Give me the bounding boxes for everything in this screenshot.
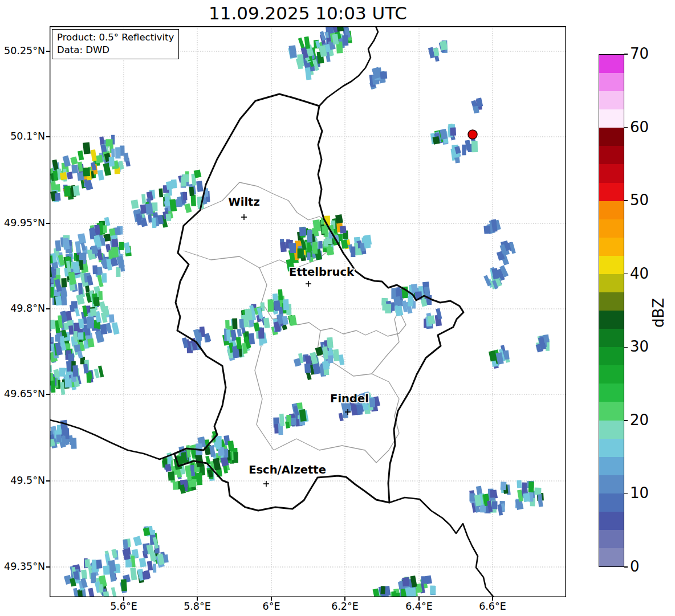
colorbar-segment [599, 384, 624, 402]
colorbar-segment [599, 347, 624, 365]
colorbar-tick-mark [624, 566, 628, 568]
figure-title: 11.09.2025 10:03 UTC [50, 3, 566, 23]
colorbar-tick-mark [624, 274, 628, 275]
y-tick-mark [46, 308, 50, 309]
colorbar-segment [599, 548, 624, 566]
radar-figure: 11.09.2025 10:03 UTC WiltzEttelbruckFind… [0, 0, 675, 616]
colorbar-tick-label: 40 [630, 265, 649, 282]
y-tick-label: 49.8°N [2, 303, 45, 314]
colorbar-segment [599, 183, 624, 201]
colorbar-segment [599, 493, 624, 512]
y-tick-label: 49.65°N [2, 388, 45, 399]
y-tick-mark [46, 566, 50, 568]
colorbar-segment [599, 421, 624, 439]
y-tick-mark [46, 223, 50, 224]
x-tick-mark [197, 597, 198, 601]
colorbar-segment [599, 238, 624, 256]
colorbar-tick-mark [624, 54, 628, 55]
colorbar-segment [599, 55, 624, 73]
colorbar-segment [599, 219, 624, 238]
colorbar-tick-mark [624, 420, 628, 421]
colorbar-tick-mark [624, 127, 628, 128]
radar-site-marker [468, 130, 477, 139]
colorbar-segment [599, 91, 624, 109]
colorbar-segment [599, 146, 624, 164]
colorbar-tick-label: 10 [630, 484, 649, 501]
map-plot: WiltzEttelbruckFindelEsch/Alzette [50, 26, 566, 597]
product-info-box: Product: 0.5° Reflectivity Data: DWD [52, 29, 179, 59]
colorbar-segment [599, 402, 624, 420]
x-tick-label: 5.8°E [172, 601, 223, 612]
colorbar-tick-label: 0 [630, 558, 640, 575]
x-tick-mark [123, 597, 124, 601]
city-label: Ettelbruck [289, 266, 355, 279]
x-tick-mark [271, 597, 272, 601]
colorbar-segment [599, 475, 624, 493]
x-tick-label: 6°E [246, 601, 297, 612]
radar-echoes [50, 26, 550, 597]
colorbar-segment [599, 274, 624, 292]
colorbar-segment [599, 128, 624, 146]
colorbar-segment [599, 292, 624, 311]
colorbar-segment [599, 201, 624, 219]
colorbar-segment [599, 329, 624, 347]
colorbar-segment [599, 109, 624, 128]
colorbar-tick-label: 60 [630, 119, 649, 136]
colorbar-segment [599, 439, 624, 457]
y-tick-label: 50.1°N [2, 130, 45, 142]
colorbar-tick-label: 20 [630, 411, 649, 429]
colorbar-tick-mark [624, 493, 628, 495]
x-tick-mark [492, 597, 493, 601]
city-label: Esch/Alzette [249, 463, 326, 476]
colorbar-segment [599, 457, 624, 475]
y-tick-mark [46, 480, 50, 482]
x-tick-label: 6.2°E [319, 601, 371, 612]
x-tick-label: 6.6°E [467, 601, 518, 612]
colorbar-segment [599, 311, 624, 329]
colorbar-segment [599, 73, 624, 91]
colorbar-tick-label: 30 [630, 338, 649, 355]
colorbar-tick-mark [624, 200, 628, 201]
city-label: Findel [330, 392, 369, 405]
product-label: Product: 0.5° Reflectivity [57, 31, 174, 44]
y-tick-mark [46, 136, 50, 137]
y-tick-label: 49.35°N [2, 561, 45, 572]
colorbar-segment [599, 365, 624, 384]
x-tick-label: 5.6°E [98, 601, 149, 612]
y-tick-mark [46, 51, 50, 52]
colorbar-tick-label: 70 [630, 45, 649, 62]
colorbar [599, 54, 624, 567]
colorbar-unit-label: dBZ [650, 295, 669, 331]
data-source-label: Data: DWD [57, 44, 174, 56]
y-tick-mark [46, 394, 50, 395]
x-tick-label: 6.4°E [393, 601, 445, 612]
colorbar-segment [599, 512, 624, 530]
y-tick-label: 49.95°N [2, 217, 45, 229]
colorbar-tick-mark [624, 347, 628, 348]
colorbar-segment [599, 530, 624, 548]
country-borders [50, 26, 494, 597]
y-tick-label: 50.25°N [2, 45, 45, 56]
colorbar-segment [599, 164, 624, 182]
colorbar-tick-label: 50 [630, 191, 649, 209]
y-tick-label: 49.5°N [2, 475, 45, 486]
city-label: Wiltz [228, 195, 260, 209]
x-tick-mark [344, 597, 345, 601]
x-tick-mark [418, 597, 420, 601]
colorbar-segment [599, 256, 624, 274]
